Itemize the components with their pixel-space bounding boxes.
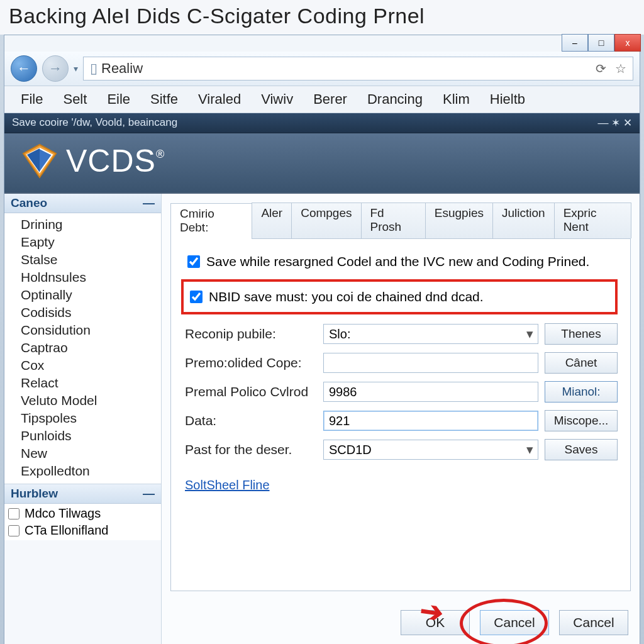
menu-selt[interactable]: Selt	[53, 89, 97, 110]
forward-button[interactable]: →	[42, 55, 69, 82]
menu-drancing[interactable]: Drancing	[357, 89, 433, 110]
brand-header: VCDS®	[4, 133, 640, 192]
sidebar-item[interactable]: Captrao	[4, 339, 161, 357]
sidebar-check-item[interactable]: CTa Ellonifland	[7, 522, 158, 539]
main-panel: Cmirio Debt: Aler Compges Fd Prosh Esugp…	[162, 194, 640, 644]
nbid-save-checkbox-row[interactable]: NBID save must: you coi de chained dnd d…	[187, 286, 611, 308]
sidebar-panel-caneo-header[interactable]: Caneo —	[4, 194, 161, 213]
premal-polico-label: Premal Polico Cvlrod	[185, 384, 317, 399]
sidebar-item[interactable]: Codisids	[4, 304, 161, 321]
menu-berer[interactable]: Berer	[303, 89, 357, 110]
soltsheel-link[interactable]: SoltSheel Fline	[185, 478, 270, 492]
checkbox-label: NBID save must: you coi de chained dnd d…	[209, 289, 484, 304]
document-title-controls[interactable]: — ✶ ✕	[598, 116, 632, 130]
menu-bar: File Selt Eile Sitfe Viraled Viwiv Berer…	[4, 86, 640, 113]
checkbox[interactable]	[190, 291, 203, 303]
brand-logo-icon	[21, 142, 58, 180]
tab-compges[interactable]: Compges	[291, 203, 361, 238]
settings-form: Reconip pubile: Thenes Premo:olided Cope…	[185, 323, 618, 460]
tab-fd-prosh[interactable]: Fd Prosh	[361, 203, 426, 238]
sidebar-check-item[interactable]: Mdco Tilwags	[7, 505, 158, 522]
sidebar-item[interactable]: Considution	[4, 321, 161, 339]
tab-content: Save while resargned Codel and the IVC n…	[170, 239, 631, 591]
menu-klim[interactable]: Klim	[433, 89, 480, 110]
thenes-button[interactable]: Thenes	[545, 323, 618, 345]
sidebar-item[interactable]: Holdnsules	[4, 269, 161, 286]
canet-button[interactable]: Cânet	[545, 352, 618, 374]
tab-aler[interactable]: Aler	[252, 203, 292, 238]
minimize-button[interactable]: –	[562, 34, 588, 52]
cancel-button-secondary[interactable]: Cancel	[559, 610, 628, 635]
sidebar-caneo-list: Drining Eapty Stalse Holdnsules Optinall…	[4, 213, 161, 484]
menu-hieltb[interactable]: Hieltb	[480, 89, 535, 110]
checkbox[interactable]	[187, 255, 200, 268]
window-controls: – □ x	[562, 34, 641, 52]
tab-juliction[interactable]: Juliction	[492, 203, 555, 238]
sidebar: Caneo — Drining Eapty Stalse Holdnsules …	[4, 194, 162, 644]
tab-cmirio-debt[interactable]: Cmirio Debt:	[170, 203, 252, 239]
ok-button[interactable]: OK	[401, 610, 470, 635]
sidebar-item[interactable]: Eapty	[4, 233, 161, 251]
menu-viwiv[interactable]: Viwiv	[251, 89, 303, 110]
data-input[interactable]	[323, 411, 538, 431]
nav-chevron-icon: ▾	[74, 64, 78, 74]
save-while-checkbox-row[interactable]: Save while resargned Codel and the IVC n…	[185, 250, 618, 273]
sidebar-item[interactable]: New	[4, 445, 161, 462]
premo-cope-input[interactable]	[323, 353, 538, 373]
miscope-button[interactable]: Miscope...	[545, 410, 618, 431]
menu-eile[interactable]: Eile	[97, 89, 140, 110]
checkbox[interactable]	[8, 508, 19, 519]
sidebar-item[interactable]: Punloids	[4, 427, 161, 445]
tab-esugpies[interactable]: Esugpies	[425, 203, 493, 238]
saves-button[interactable]: Saves	[545, 439, 618, 460]
data-label: Data:	[185, 413, 317, 428]
checkbox-label: Save while resargned Codel and the IVC n…	[206, 254, 589, 269]
highlighted-option: NBID save must: you coi de chained dnd d…	[181, 279, 618, 314]
premal-polico-input[interactable]	[323, 382, 538, 402]
address-bar[interactable]: ▯ Realiw ⟳ ☆	[83, 57, 633, 80]
sidebar-item[interactable]: Relact	[4, 374, 161, 392]
brand-name: VCDS®	[66, 143, 165, 179]
reconip-select[interactable]	[323, 324, 538, 344]
collapse-icon[interactable]: —	[143, 487, 155, 501]
tab-strip: Cmirio Debt: Aler Compges Fd Prosh Esugp…	[170, 203, 631, 239]
menu-file[interactable]: File	[11, 89, 53, 110]
menu-sitfe[interactable]: Sitfe	[140, 89, 188, 110]
cancel-button-primary[interactable]: Cancel	[480, 610, 549, 635]
document-title: Save cooire '/dw, Voold, beaincang	[12, 116, 177, 130]
maximize-button[interactable]: □	[588, 34, 614, 52]
app-window: – □ x ← → ▾ ▯ Realiw ⟳ ☆ File Selt Eile …	[4, 35, 640, 644]
sidebar-item[interactable]: Stalse	[4, 251, 161, 269]
sidebar-hurblew-list: Mdco Tilwags CTa Ellonifland	[4, 504, 161, 540]
document-title-bar: Save cooire '/dw, Voold, beaincang — ✶ ✕	[4, 113, 640, 133]
back-button[interactable]: ←	[11, 55, 37, 82]
sidebar-item[interactable]: Veluto Model	[4, 392, 161, 409]
refresh-icon[interactable]: ⟳	[596, 61, 606, 76]
checkbox[interactable]	[8, 525, 19, 536]
past-deser-select[interactable]	[323, 440, 538, 460]
collapse-icon[interactable]: —	[143, 196, 155, 210]
page-heading: Backing AleI Dids C-Scigater Coding Prne…	[0, 0, 644, 35]
reconip-label: Reconip pubile:	[185, 326, 317, 341]
file-icon: ▯	[90, 60, 97, 77]
close-button[interactable]: x	[614, 34, 641, 52]
sidebar-item[interactable]: Drining	[4, 216, 161, 233]
premo-cope-label: Premo:olided Cope:	[185, 355, 317, 370]
sidebar-panel-hurblew-header[interactable]: Hurblew —	[4, 484, 161, 504]
past-deser-label: Past for the deser.	[185, 442, 317, 457]
sidebar-item[interactable]: Cox	[4, 357, 161, 374]
address-text: Realiw	[101, 60, 143, 77]
sidebar-item[interactable]: Optinally	[4, 286, 161, 304]
star-icon[interactable]: ☆	[615, 61, 626, 76]
tab-expric-nent[interactable]: Expric Nent	[554, 203, 631, 238]
menu-viraled[interactable]: Viraled	[188, 89, 251, 110]
mianol-button[interactable]: Mianol:	[545, 381, 618, 402]
sidebar-item[interactable]: Tipspoles	[4, 409, 161, 427]
dialog-footer: OK Cancel Cancel	[162, 610, 640, 635]
sidebar-item[interactable]: Expolledton	[4, 462, 161, 480]
soltsheel-link-row: SoltSheel Fline	[185, 478, 618, 492]
nav-toolbar: ← → ▾ ▯ Realiw ⟳ ☆	[4, 52, 640, 86]
